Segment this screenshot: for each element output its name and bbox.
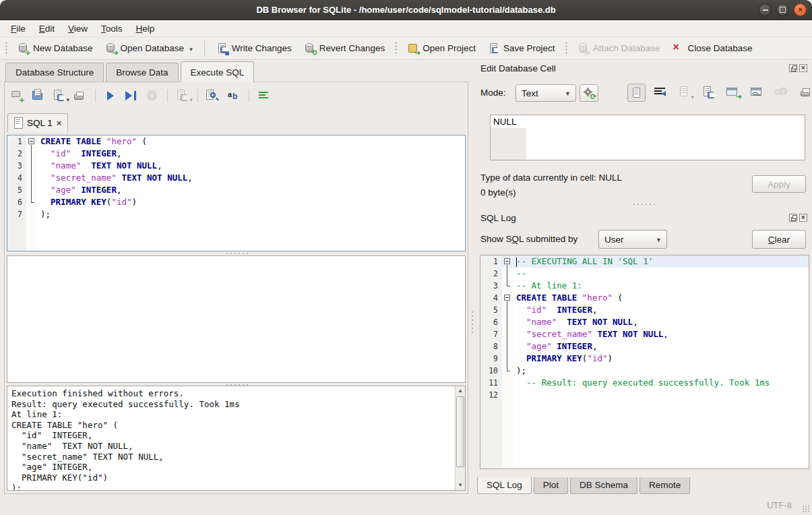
execute-all-icon[interactable] [103,88,118,103]
toolbar-grip[interactable] [5,41,8,56]
open-sql-file-icon[interactable] [31,88,46,103]
code-line: 4CREATE TABLE "hero" ( [480,292,809,304]
save-as-file-icon[interactable] [700,84,718,102]
code-text: -- [513,268,809,280]
cell-value-editor[interactable]: NULL [490,115,805,160]
revert-changes-icon: ⟲ [304,42,315,54]
status-bar: UTF-8 [0,495,812,515]
sql1-tab-close-icon[interactable]: × [57,118,62,128]
new-database-icon: + [18,42,29,54]
line-number: 12 [480,389,502,401]
dock-tab-bar: SQL Log Plot DB Schema Remote [477,477,690,494]
new-database-button[interactable]: + New Database [13,40,98,57]
scrollbar-thumb[interactable] [456,396,464,467]
tab-browse-data[interactable]: Browse Data [106,63,178,82]
edit-cell-toolbar: ▾ ➜ [627,84,812,102]
code-line: 7 "secret_name" TEXT NOT NULL, [480,328,809,340]
resize-grip[interactable] [802,505,810,513]
menu-item-file[interactable]: File [4,22,32,36]
write-changes-button[interactable]: ▪ Write Changes [212,40,296,57]
line-number: 4 [7,172,26,184]
save-project-button[interactable]: Save Project [483,40,560,57]
open-project-button[interactable]: ➜ Open Project [402,40,480,57]
main-toolbar: + New Database ➜ Open Database ▾ ▪ Write… [0,37,812,60]
line-number: 4 [480,292,502,304]
fold-collapse-icon[interactable] [502,292,513,304]
find-icon[interactable] [206,88,220,103]
sql-tab-bar: SQL 1 × [7,112,68,132]
toolbar-separator [167,89,168,102]
code-text: -- Result: query executed successfully. … [513,377,809,389]
toolbar-grip[interactable] [394,41,398,56]
encoding-label: UTF-8 [767,500,792,510]
print-sql-icon[interactable] [73,88,88,103]
menu-item-help[interactable]: Help [129,22,162,36]
fold-collapse-icon[interactable] [502,255,513,268]
print-cell-icon[interactable] [797,84,812,102]
dock-tab-sql-log[interactable]: SQL Log [477,477,532,494]
code-line: 7); [7,208,465,220]
vertical-splitter[interactable] [471,310,474,333]
set-as-null-icon [773,84,791,102]
menu-item-edit[interactable]: Edit [32,22,61,36]
open-database-dropdown-icon[interactable]: ▾ [189,46,193,54]
fold-collapse-icon[interactable] [26,135,37,148]
menu-bar: File Edit View Tools Help [0,20,812,37]
sql-log-editor[interactable]: 1-- EXECUTING ALL IN 'SQL 1'2--3-- At li… [480,255,809,469]
code-line: 3 "name" TEXT NOT NULL, [7,160,465,172]
sql-editor[interactable]: 1CREATE TABLE "hero" (2 "id" INTEGER,3 "… [7,135,466,251]
line-number: 11 [480,377,502,389]
dock-float-icon[interactable] [789,64,797,72]
execute-current-line-icon[interactable] [124,88,139,103]
fold-guide [26,172,37,184]
line-number: 1 [7,135,26,148]
sql1-tab[interactable]: SQL 1 × [7,113,68,132]
open-url-icon[interactable] [749,84,767,102]
auto-apply-button[interactable]: ⟳ [580,84,598,102]
new-sql-tab-icon[interactable]: + [10,88,25,103]
line-number: 2 [7,148,26,160]
tab-execute-sql[interactable]: Execute SQL [181,61,255,82]
menu-item-tools[interactable]: Tools [94,22,129,36]
save-sql-file-icon[interactable]: ▾ [52,88,67,103]
dock-float-icon[interactable] [789,214,797,222]
scroll-down-icon[interactable]: ▼ [456,481,465,490]
fold-guide-end [502,365,513,377]
minimize-button[interactable] [759,3,772,16]
code-line: 6 PRIMARY KEY("id") [7,196,465,208]
revert-changes-button[interactable]: ⟲ Revert Changes [299,40,390,57]
dock-tab-db-schema[interactable]: DB Schema [570,477,637,494]
dock-close-icon[interactable] [799,64,807,72]
scroll-up-icon[interactable]: ▲ [456,386,465,396]
close-button[interactable]: × [794,3,807,16]
open-database-button[interactable]: ➜ Open Database ▾ [100,40,197,57]
scrollbar[interactable]: ▲ ▼ [455,386,465,490]
code-text: "id" INTEGER, [513,304,809,316]
dock-tab-plot[interactable]: Plot [534,477,568,494]
dock-tab-remote[interactable]: Remote [639,477,690,494]
log-filter-select[interactable]: User ▼ [598,230,667,249]
close-database-button[interactable]: × Close Database [667,40,757,57]
fold-guide-end [26,196,37,208]
save-project-icon [488,42,499,54]
toolbar-grip[interactable] [565,41,568,56]
code-line: 8 "age" INTEGER, [480,340,809,353]
open-project-icon: ➜ [407,42,418,54]
tab-database-structure[interactable]: Database Structure [5,63,104,82]
code-text: "secret_name" TEXT NOT NULL, [37,172,465,184]
format-sql-icon[interactable] [257,88,272,103]
menu-item-view[interactable]: View [61,22,94,36]
mode-select[interactable]: Text ▼ [516,84,576,102]
text-mode-icon[interactable] [627,84,646,102]
word-wrap-icon[interactable] [652,84,670,102]
dock-close-icon[interactable] [799,214,807,222]
maximize-button[interactable] [776,3,789,16]
export-icon[interactable]: ➜ [724,84,743,102]
clear-button[interactable]: Clear [752,230,806,249]
line-number: 1 [480,255,502,268]
titlebar[interactable]: DB Browser for SQLite - /home/user/code/… [0,0,812,20]
maximize-icon [777,4,788,16]
code-line: 12 [480,389,809,401]
find-replace-icon[interactable]: ab [226,88,241,103]
dock-splitter[interactable] [475,202,812,206]
